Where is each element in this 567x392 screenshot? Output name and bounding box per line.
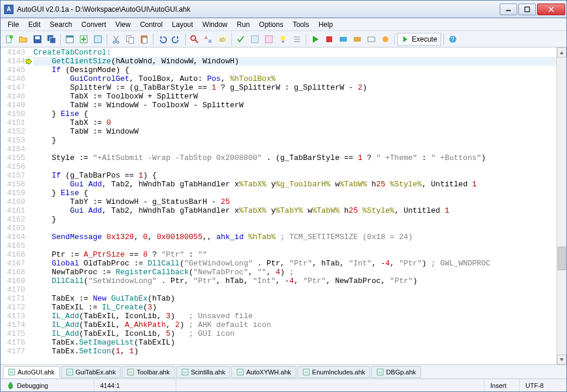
code-line[interactable]: GuiControlGet, ToolBox, Auto: Pos, %hToo… bbox=[33, 74, 556, 83]
window-icon[interactable] bbox=[63, 33, 76, 46]
file-tab[interactable]: HAutoXYWH.ahk bbox=[231, 366, 296, 378]
menu-search[interactable]: Search bbox=[45, 19, 77, 30]
copy-icon[interactable] bbox=[124, 33, 136, 46]
scroll-thumb[interactable] bbox=[558, 247, 566, 270]
toggle1-icon[interactable] bbox=[248, 33, 261, 46]
code-line[interactable]: If (DesignMode) { bbox=[33, 66, 556, 74]
titlebar[interactable]: A AutoGUI v2.0.1a - D:\Workspace\AutoGUI… bbox=[1, 1, 566, 18]
minimize-button[interactable] bbox=[500, 4, 517, 15]
code-line[interactable]: GetClientSize(hAutoWnd, WindowW, WindowH… bbox=[33, 57, 556, 66]
code-line[interactable] bbox=[33, 145, 556, 154]
code-line[interactable]: } bbox=[33, 136, 556, 145]
line-number: 4147 bbox=[1, 83, 25, 92]
menu-tools[interactable]: Tools bbox=[288, 19, 314, 30]
code-line[interactable]: TabW := WindowW bbox=[33, 127, 556, 136]
code-line[interactable] bbox=[33, 224, 556, 233]
file-tab[interactable]: HAutoGUI.ahk bbox=[3, 366, 60, 378]
paste-icon[interactable] bbox=[138, 33, 151, 46]
help-icon[interactable]: ? bbox=[446, 33, 459, 46]
find-icon[interactable] bbox=[188, 33, 201, 46]
menu-control[interactable]: Control bbox=[135, 19, 168, 30]
code-line[interactable] bbox=[33, 241, 556, 250]
code-line[interactable]: TabExIL := IL_Create(3) bbox=[33, 303, 556, 312]
line-number: 4144 bbox=[1, 57, 25, 66]
save-icon[interactable] bbox=[31, 33, 44, 46]
check-icon[interactable] bbox=[234, 33, 247, 46]
code-line[interactable]: IL_Add(TabExIL, IconLib, 3) ; Unsaved fi… bbox=[33, 312, 556, 321]
run-icon[interactable] bbox=[309, 33, 322, 46]
menu-view[interactable]: View bbox=[111, 19, 135, 30]
code-line[interactable]: TabEx.SetIcon(1, 1) bbox=[33, 347, 556, 356]
undo-icon[interactable] bbox=[156, 33, 169, 46]
code-line[interactable]: CreateTabControl: bbox=[33, 48, 556, 57]
menu-convert[interactable]: Convert bbox=[77, 19, 111, 30]
code-line[interactable]: TabX := 0 bbox=[33, 118, 556, 127]
line-number: 4164 bbox=[1, 233, 25, 241]
bulb-icon[interactable] bbox=[276, 33, 289, 46]
close-button[interactable] bbox=[537, 4, 565, 15]
file-icon: H bbox=[377, 369, 384, 376]
code-line[interactable]: Style := "+AltSubmit -Wrap -TabStop 0x20… bbox=[33, 154, 556, 162]
code-line[interactable]: } Else { bbox=[33, 189, 556, 197]
menu-edit[interactable]: Edit bbox=[23, 19, 45, 30]
code-line[interactable]: Gui Add, Tab2, hWndhTab gTabHandler x%Ta… bbox=[33, 180, 556, 189]
code-line[interactable]: SendMessage 0x1329, 0, 0x00180055,, ahk_… bbox=[33, 233, 556, 241]
execute-button[interactable]: Execute bbox=[397, 33, 441, 46]
maximize-button[interactable] bbox=[518, 4, 536, 15]
debug3-icon[interactable] bbox=[365, 33, 378, 46]
code-area[interactable]: CreateTabControl: GetClientSize(hAutoWnd… bbox=[33, 47, 556, 364]
code-line[interactable]: TabEx := New GuiTabEx(hTab) bbox=[33, 294, 556, 303]
code-editor[interactable]: 4143414441454146414741484149415041514152… bbox=[1, 47, 566, 364]
menu-file[interactable]: File bbox=[3, 19, 23, 30]
cut-icon[interactable] bbox=[110, 33, 122, 46]
redo-icon[interactable] bbox=[170, 33, 183, 46]
open-icon[interactable] bbox=[17, 33, 30, 46]
scroll-up-icon[interactable] bbox=[557, 47, 566, 57]
stop-icon[interactable] bbox=[323, 33, 336, 46]
debug4-icon[interactable] bbox=[379, 33, 392, 46]
code-line[interactable]: Ptr := A_PtrSize == 8 ? "Ptr" : "" bbox=[33, 250, 556, 259]
file-icon: H bbox=[237, 369, 244, 376]
add-icon[interactable] bbox=[77, 33, 90, 46]
code-line[interactable] bbox=[33, 285, 556, 294]
code-line[interactable]: } bbox=[33, 215, 556, 224]
highlight-icon[interactable]: ab bbox=[216, 33, 229, 46]
code-line[interactable]: Global OldTabProc := DllCall("GetWindowL… bbox=[33, 259, 556, 268]
code-line[interactable]: If (g_TabBarPos == 1) { bbox=[33, 171, 556, 180]
code-line[interactable]: TabEx.SetImageList(TabExIL) bbox=[33, 338, 556, 347]
code-line[interactable]: TabX := ToolboxW + SplitterW bbox=[33, 92, 556, 101]
code-line[interactable]: NewTabProc := RegisterCallback("NewTabPr… bbox=[33, 268, 556, 277]
code-line[interactable]: TabW := WindowW - ToolboxW - SplitterW bbox=[33, 101, 556, 110]
menu-run[interactable]: Run bbox=[232, 19, 254, 30]
toggle2-icon[interactable] bbox=[262, 33, 275, 46]
code-line[interactable]: } Else { bbox=[33, 110, 556, 118]
menu-layout[interactable]: Layout bbox=[168, 19, 198, 30]
file-tab[interactable]: HScintilla.ahk bbox=[176, 366, 231, 378]
debug2-icon[interactable] bbox=[351, 33, 364, 46]
file-tab[interactable]: HToolbar.ahk bbox=[122, 366, 175, 378]
code-line[interactable]: TabY := WindowH - g_StatusBarH - 25 bbox=[33, 197, 556, 206]
debug1-icon[interactable] bbox=[337, 33, 350, 46]
file-tab[interactable]: HDBGp.ahk bbox=[371, 366, 421, 378]
file-tab[interactable]: HEnumIncludes.ahk bbox=[298, 366, 371, 378]
saveall-icon[interactable] bbox=[45, 33, 58, 46]
scroll-down-icon[interactable] bbox=[557, 354, 566, 364]
file-tab[interactable]: HGuiTabEx.ahk bbox=[61, 366, 121, 378]
code-line[interactable]: IL_Add(TabExIL, A_AhkPath, 2) ; AHK defa… bbox=[33, 321, 556, 329]
menu-options[interactable]: Options bbox=[254, 19, 288, 30]
menu-help[interactable]: Help bbox=[314, 19, 338, 30]
code-line[interactable]: DllCall("SetWindowLong" . Ptr, "Ptr", hT… bbox=[33, 277, 556, 285]
vertical-scrollbar[interactable] bbox=[556, 47, 566, 364]
svg-point-5 bbox=[9, 35, 13, 39]
new-icon[interactable] bbox=[3, 33, 16, 46]
marker-icon[interactable] bbox=[291, 33, 303, 46]
code-line[interactable]: IL_Add(TabExIL, IconLib, 5) ; GUI icon bbox=[33, 329, 556, 338]
form-icon[interactable] bbox=[91, 33, 104, 46]
code-line[interactable] bbox=[33, 162, 556, 171]
code-line[interactable]: SplitterW := (g_TabBarStyle == 1 ? g_Spl… bbox=[33, 83, 556, 92]
menu-window[interactable]: Window bbox=[198, 19, 233, 30]
replace-icon[interactable]: AB bbox=[202, 33, 215, 46]
line-number: 4151 bbox=[1, 118, 25, 127]
code-line[interactable]: Gui Add, Tab2, hWndhTab gTabHandler x%Ta… bbox=[33, 206, 556, 215]
line-number: 4143 bbox=[1, 48, 25, 57]
